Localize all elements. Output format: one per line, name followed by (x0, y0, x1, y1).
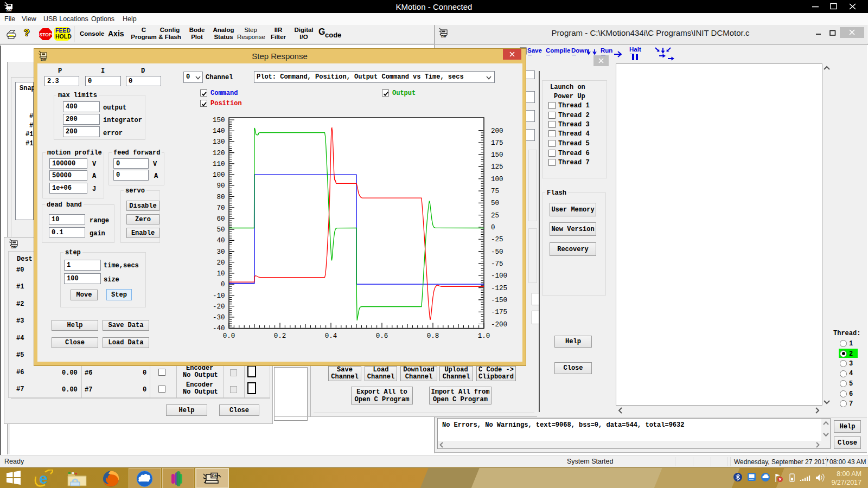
svg-text:110: 110 (212, 160, 225, 168)
svg-text:100: 100 (491, 175, 503, 183)
svg-text:120: 120 (212, 149, 225, 157)
svg-text:-175: -175 (491, 309, 507, 316)
svg-text:-125: -125 (491, 284, 507, 292)
svg-text:DM: DM (212, 474, 218, 478)
svg-text:40: 40 (216, 237, 225, 245)
svg-text:-10: -10 (212, 292, 225, 299)
svg-text:-50: -50 (491, 248, 503, 255)
svg-text:140: 140 (212, 127, 225, 135)
svg-text:-25: -25 (491, 236, 503, 243)
svg-text:-150: -150 (491, 296, 507, 304)
svg-text:STOP: STOP (40, 32, 52, 37)
svg-text:200: 200 (491, 127, 503, 134)
svg-text:-200: -200 (491, 320, 507, 328)
svg-text:25: 25 (491, 211, 499, 219)
svg-text:150: 150 (212, 117, 225, 124)
svg-text:-20: -20 (212, 303, 225, 310)
svg-text:50: 50 (216, 226, 225, 234)
svg-text:80: 80 (216, 193, 225, 201)
svg-text:75: 75 (491, 188, 499, 195)
svg-text:0.2: 0.2 (273, 332, 286, 339)
svg-text:90: 90 (216, 182, 225, 190)
svg-text:125: 125 (491, 163, 503, 171)
svg-text:0.4: 0.4 (324, 332, 337, 339)
svg-text:60: 60 (216, 215, 225, 222)
svg-text:-75: -75 (491, 260, 503, 267)
svg-text:0.8: 0.8 (426, 332, 439, 339)
svg-text:100: 100 (212, 171, 225, 179)
svg-text:-40: -40 (212, 325, 225, 332)
svg-text:DM: DM (11, 246, 17, 249)
svg-text:150: 150 (491, 151, 503, 159)
svg-text:1.0: 1.0 (477, 332, 490, 339)
svg-text:70: 70 (216, 204, 225, 211)
svg-text:0.0: 0.0 (222, 332, 235, 339)
svg-text:20: 20 (216, 259, 225, 266)
svg-text:0: 0 (491, 224, 495, 232)
svg-text:0.6: 0.6 (375, 332, 388, 339)
svg-text:10: 10 (216, 270, 225, 278)
svg-text:0: 0 (220, 281, 225, 288)
svg-text:e: e (39, 470, 48, 487)
svg-text:30: 30 (216, 248, 225, 255)
svg-text:175: 175 (491, 139, 503, 146)
svg-text:-100: -100 (491, 272, 507, 280)
svg-text:130: 130 (212, 138, 225, 146)
svg-text:50: 50 (491, 200, 499, 207)
svg-text:-30: -30 (212, 313, 225, 321)
